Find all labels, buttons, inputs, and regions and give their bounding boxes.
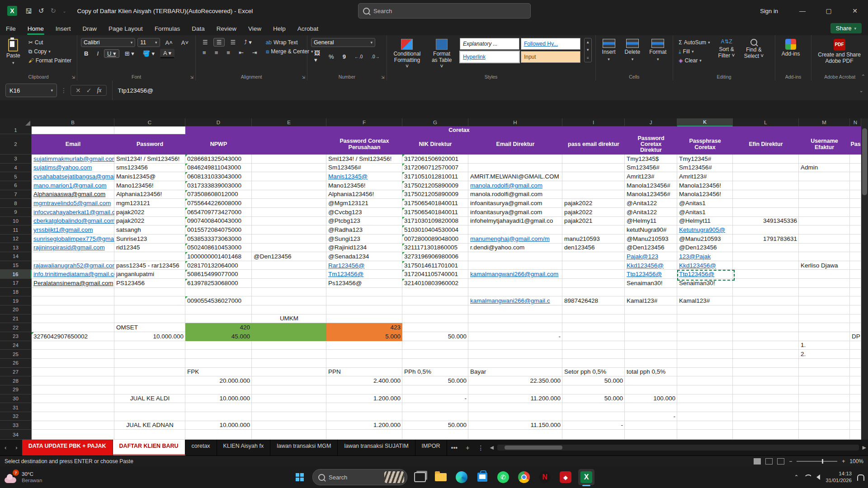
sheet-nav-right-icon[interactable]: › <box>11 444 22 451</box>
excel-taskbar-button[interactable]: X <box>578 469 594 485</box>
cell-H19[interactable]: kamalmangwani266@gmail.c <box>468 296 562 305</box>
cell-G6[interactable]: 3175021205890009 <box>402 181 468 190</box>
cell-H10[interactable]: infohelmytjahayadi1@gmail.co <box>468 217 562 226</box>
cell-F28[interactable]: 2.400.000 <box>326 376 402 385</box>
col-header-M[interactable]: M <box>799 118 850 127</box>
search-box[interactable]: Search <box>358 3 531 19</box>
cell-I12[interactable]: manu210593 <box>562 235 625 244</box>
sheet-tab-coretax[interactable]: coretax <box>185 440 217 455</box>
zoom-slider[interactable] <box>797 461 837 462</box>
merged-banner-D1[interactable]: Coretax <box>185 127 733 134</box>
align-top-icon[interactable]: ☰ <box>199 38 211 47</box>
cell-H27[interactable]: Bayar <box>468 368 562 377</box>
cell-B5[interactable]: cvsahabatsejatibangsa@gmail.com <box>32 172 114 181</box>
cell-K12[interactable]: @Manu210593 <box>677 235 733 244</box>
cell-F8[interactable]: @Mgm123121 <box>326 199 402 208</box>
cell-F16[interactable]: Tm123456@ <box>326 270 402 279</box>
notification-bell-icon[interactable] <box>857 474 864 481</box>
row-header-28[interactable]: 28 <box>0 376 32 385</box>
font-name-combo[interactable]: Calibri▾ <box>81 38 135 47</box>
cell-G10[interactable]: 3171030109820008 <box>402 217 468 226</box>
cell-J12[interactable]: @Manu210593 <box>625 235 677 244</box>
minimize-button[interactable]: — <box>789 0 816 22</box>
cell-F30[interactable]: 1.200.000 <box>326 394 402 404</box>
col-header-J[interactable]: J <box>625 118 677 127</box>
cell-J7[interactable]: Manola123456# <box>625 190 677 199</box>
taskbar-search[interactable]: Search <box>312 469 407 485</box>
cell-B16[interactable]: info.trinitimediatama@gmail.com <box>32 270 114 279</box>
cell-C3[interactable]: Sml1234! / Sml123456! <box>114 155 185 164</box>
row-header-14[interactable]: 14 <box>0 252 32 261</box>
header-L2[interactable]: Efin Direktur <box>733 134 799 155</box>
sheet-tab-lawan-transaksi-mgm[interactable]: lawan transaksi MGM <box>270 440 338 455</box>
italic-button[interactable]: I <box>94 49 102 58</box>
cell-C13[interactable]: rid12345 <box>114 244 185 253</box>
insert-cells-button[interactable]: Insert▾ <box>599 38 618 62</box>
number-format-combo[interactable]: General▾ <box>311 38 375 47</box>
cell-I9[interactable]: pajak2022 <box>562 208 625 217</box>
vertical-scrollbar[interactable] <box>861 118 868 440</box>
chrome-button[interactable] <box>516 469 532 485</box>
merged-banner-L1[interactable] <box>733 127 861 134</box>
volume-icon[interactable] <box>816 474 820 480</box>
row-header-1[interactable]: 1 <box>0 127 32 134</box>
borders-button[interactable]: ⊞ ▾ <box>122 49 137 58</box>
task-view-button[interactable] <box>412 469 428 485</box>
cell-C16[interactable]: janganlupatmi <box>114 270 185 279</box>
cell-J6[interactable]: Manola123456# <box>625 181 677 190</box>
menu-tab-help[interactable]: Help <box>267 23 292 34</box>
delete-cells-button[interactable]: Delete▾ <box>622 38 643 62</box>
row-header-6[interactable]: 6 <box>0 181 32 190</box>
taskbar-clock[interactable]: 14:13 31/01/2026 <box>826 470 852 484</box>
cell-H16[interactable]: kamalmangwani266@gmail.com <box>468 270 562 279</box>
row-header-32[interactable]: 32 <box>0 412 32 421</box>
sheet-tab-lawan-transaksi-sujatim[interactable]: lawan transaksi SUJATIM <box>338 440 415 455</box>
header-G2[interactable]: NIK Direktur <box>402 134 468 155</box>
header-C2[interactable]: Password <box>114 134 185 155</box>
sheet-tab-data-update-pbk-pajak[interactable]: DATA UPDATE PBK + PAJAK <box>22 440 113 455</box>
row-header-13[interactable]: 13 <box>0 244 32 253</box>
cell-D6[interactable]: 0317333839003000 <box>185 181 252 190</box>
cell-C30[interactable]: JUAL KE ALDI <box>114 394 185 404</box>
netflix-button[interactable]: N <box>537 469 553 485</box>
header-K2[interactable]: Passphrase Coretax <box>677 134 733 155</box>
hscroll-right-icon[interactable]: ▶ <box>861 445 868 450</box>
cell-K10[interactable]: @Helmyt11 <box>677 217 733 226</box>
cell-H23[interactable]: - <box>468 332 562 341</box>
cell-B4[interactable]: sujatims@yahoo.com <box>32 164 114 173</box>
format-cells-button[interactable]: Format▾ <box>646 38 669 62</box>
row-header-26[interactable]: 26 <box>0 359 32 368</box>
menu-tab-file[interactable]: File <box>0 23 22 34</box>
col-header-H[interactable]: H <box>468 118 562 127</box>
cell-D11[interactable]: 0015572084075000 <box>185 225 252 235</box>
align-left-icon[interactable]: ≡ <box>199 48 209 57</box>
cell-C7[interactable]: Alphania123456! <box>114 190 185 199</box>
row-header-7[interactable]: 7 <box>0 190 32 199</box>
zoom-slider-thumb[interactable] <box>822 459 823 464</box>
cell-D23[interactable]: 45.000 <box>185 332 252 341</box>
cell-B15[interactable]: rajawalianugrah52@gmail.com <box>32 261 114 270</box>
row-header-9[interactable]: 9 <box>0 208 32 217</box>
cell-B7[interactable]: Alphaniaaswa@gmail.com <box>32 190 114 199</box>
cell-G30[interactable]: - <box>402 394 468 404</box>
row-header-10[interactable]: 10 <box>0 217 32 226</box>
col-header-L[interactable]: L <box>733 118 799 127</box>
cell-G15[interactable]: 3175014611701001 <box>402 261 468 270</box>
number-dialog-launcher[interactable]: ⇲ <box>381 75 385 80</box>
cell-D16[interactable]: 508615499077000 <box>185 270 252 279</box>
cell-D10[interactable]: 0907400840043000 <box>185 217 252 226</box>
row-header-3[interactable]: 3 <box>0 155 32 164</box>
cell-G16[interactable]: 3172041105740001 <box>402 270 468 279</box>
row-header-29[interactable]: 29 <box>0 385 32 394</box>
cell-C9[interactable]: pajak2022 <box>114 208 185 217</box>
cell-G9[interactable]: 3175065401840011 <box>402 208 468 217</box>
header-E2[interactable] <box>252 134 326 155</box>
header-I2[interactable]: pass email direktur <box>562 134 625 155</box>
cell-M4[interactable]: Admin <box>799 164 850 173</box>
undo-icon[interactable]: ↺ <box>38 7 44 15</box>
cell-G28[interactable]: 50.000 <box>402 376 468 385</box>
header-M2[interactable]: Username Efaktur <box>799 134 850 155</box>
row-header-25[interactable]: 25 <box>0 350 32 359</box>
cell-K5[interactable]: Amrit123# <box>677 172 733 181</box>
horizontal-scrollbar-thumb[interactable] <box>505 446 562 450</box>
